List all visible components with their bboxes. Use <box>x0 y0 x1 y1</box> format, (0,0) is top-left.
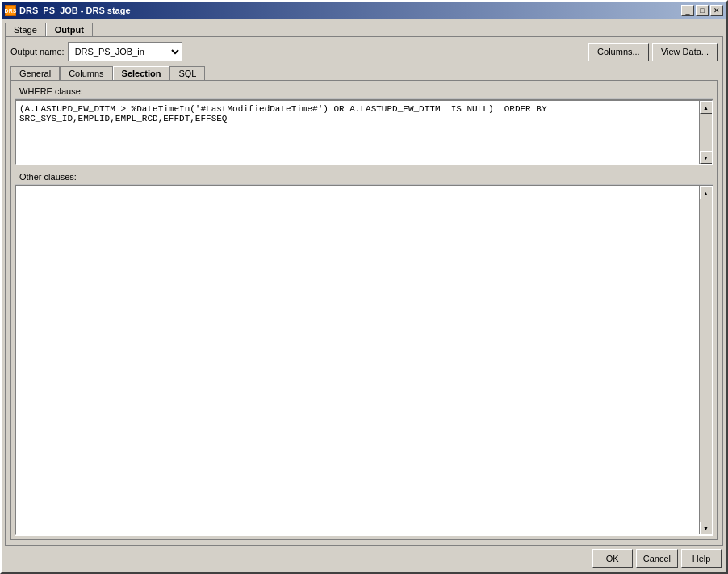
where-scroll-down[interactable]: ▼ <box>700 151 713 164</box>
main-panel: Output name: DRS_PS_JOB_in Columns... Vi… <box>5 36 723 546</box>
selection-content: WHERE clause: ▲ ▼ Ot <box>10 80 718 540</box>
top-tab-bar: Stage Output <box>5 23 723 36</box>
other-scrollbar[interactable]: ▲ ▼ <box>699 186 712 534</box>
window-title: DRS_PS_JOB - DRS stage <box>19 6 131 15</box>
tab-columns[interactable]: Columns <box>60 66 112 80</box>
where-textarea[interactable] <box>16 101 699 164</box>
other-scroll-track <box>701 199 712 522</box>
tab-stage[interactable]: Stage <box>5 23 46 36</box>
where-section: WHERE clause: ▲ ▼ <box>15 84 713 166</box>
minimize-button[interactable]: _ <box>681 5 694 16</box>
maximize-button[interactable]: □ <box>696 5 709 16</box>
other-scroll-down[interactable]: ▼ <box>700 522 713 534</box>
tab-output[interactable]: Output <box>46 23 93 36</box>
where-box: ▲ ▼ <box>15 99 713 165</box>
other-label: Other clauses: <box>15 170 713 185</box>
close-button[interactable]: ✕ <box>710 5 723 16</box>
columns-button[interactable]: Columns... <box>588 43 649 61</box>
other-scroll-up[interactable]: ▲ <box>700 186 713 199</box>
cancel-button[interactable]: Cancel <box>636 549 678 568</box>
title-bar: DRS DRS_PS_JOB - DRS stage _ □ ✕ <box>2 2 726 19</box>
main-window: DRS DRS_PS_JOB - DRS stage _ □ ✕ Stage O… <box>0 0 728 574</box>
tab-general[interactable]: General <box>10 66 60 80</box>
window-icon: DRS <box>5 5 16 16</box>
ok-button[interactable]: OK <box>592 549 633 568</box>
output-name-select[interactable]: DRS_PS_JOB_in <box>69 43 182 61</box>
output-name-row: Output name: DRS_PS_JOB_in Columns... Vi… <box>10 42 718 61</box>
where-scroll-track <box>701 114 712 151</box>
other-box: ▲ ▼ <box>15 185 713 536</box>
where-label: WHERE clause: <box>15 84 713 99</box>
bottom-button-bar: OK Cancel Help <box>5 546 723 569</box>
inner-tab-bar: General Columns Selection SQL <box>10 66 718 80</box>
tab-selection[interactable]: Selection <box>113 66 170 80</box>
tab-sql[interactable]: SQL <box>169 66 205 80</box>
view-data-button[interactable]: View Data... <box>652 43 718 61</box>
where-scrollbar[interactable]: ▲ ▼ <box>699 101 712 164</box>
other-textarea[interactable] <box>16 186 699 534</box>
help-button[interactable]: Help <box>681 549 722 568</box>
output-name-label: Output name: <box>10 47 65 57</box>
where-scroll-up[interactable]: ▲ <box>700 101 713 114</box>
output-name-select-wrapper: DRS_PS_JOB_in <box>68 42 182 61</box>
other-section: Other clauses: ▲ ▼ <box>15 170 713 536</box>
